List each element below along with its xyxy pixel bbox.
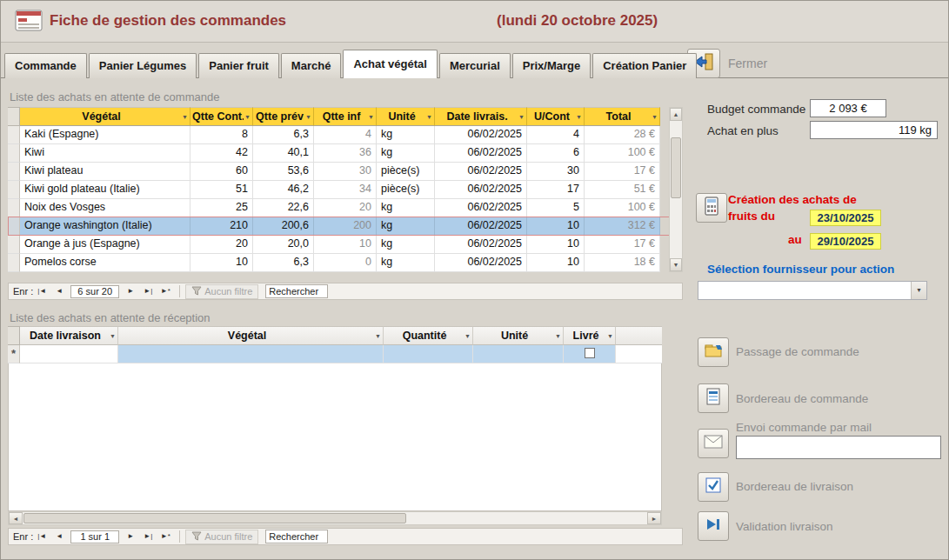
receptions-horizontal-scrollbar[interactable]: ◄ ► — [8, 511, 662, 525]
tab-prix-marge[interactable]: Prix/Marge — [512, 53, 591, 78]
table-cell[interactable]: 60 — [190, 163, 253, 181]
table-cell[interactable] — [473, 345, 564, 363]
table-cell[interactable]: 5 — [527, 199, 585, 217]
table-cell[interactable]: 06/02/2025 — [435, 181, 527, 199]
table-row[interactable]: Kiwi4240,136kg06/02/20256100 € — [8, 144, 683, 163]
new-row-selector[interactable]: * — [8, 345, 20, 363]
table-row[interactable]: Kaki (Espagne)86,34kg06/02/2025428 € — [8, 126, 683, 144]
column-header[interactable]: Quantité▼ — [384, 326, 473, 345]
table-cell[interactable]: 20 — [314, 199, 377, 217]
first-record-button[interactable]: |◄ — [33, 284, 50, 298]
table-cell[interactable]: 42 — [190, 144, 253, 163]
table-cell[interactable]: 40,1 — [253, 144, 314, 163]
mail-address-input[interactable] — [736, 436, 941, 459]
table-cell[interactable]: 30 — [527, 163, 585, 181]
table-cell[interactable]: kg — [377, 199, 435, 217]
order-slip-button[interactable] — [698, 383, 729, 413]
table-cell[interactable]: 17 € — [585, 163, 660, 181]
row-selector[interactable] — [8, 163, 20, 181]
orders-vertical-scrollbar[interactable]: ▲ ▼ — [669, 107, 683, 272]
record-position[interactable]: 6 sur 20 — [70, 285, 119, 298]
table-cell[interactable]: 06/02/2025 — [435, 254, 527, 272]
table-cell[interactable]: 06/02/2025 — [435, 144, 527, 163]
table-row[interactable]: Kiwi gold plateau (Italie)5146,234pièce(… — [8, 181, 683, 199]
table-cell[interactable]: 06/02/2025 — [435, 199, 527, 217]
sort-dropdown-icon[interactable]: ▼ — [464, 333, 471, 339]
table-cell[interactable]: 312 € — [585, 217, 660, 236]
scroll-left-button[interactable]: ◄ — [9, 512, 23, 524]
table-cell[interactable]: Noix des Vosges — [20, 199, 190, 217]
column-header[interactable]: Végétal▼ — [20, 107, 190, 126]
tab-marché[interactable]: Marché — [281, 53, 342, 78]
table-cell[interactable]: 34 — [314, 181, 377, 199]
row-selector[interactable] — [8, 126, 20, 144]
table-cell[interactable]: Pomelos corse — [20, 254, 190, 272]
table-cell[interactable]: 6,3 — [253, 126, 314, 144]
previous-record-button[interactable]: ◄ — [50, 530, 68, 543]
new-record-button[interactable]: ►* — [157, 530, 174, 543]
delivery-slip-button[interactable] — [698, 472, 729, 502]
last-record-button[interactable]: ►| — [139, 530, 157, 543]
last-record-button[interactable]: ►| — [139, 284, 157, 298]
record-position[interactable]: 1 sur 1 — [70, 530, 119, 543]
first-record-button[interactable]: |◄ — [33, 530, 50, 543]
table-row[interactable]: Kiwi plateau6053,630pièce(s)06/02/202530… — [8, 163, 683, 181]
table-cell[interactable]: 200,6 — [253, 217, 314, 236]
column-header[interactable]: Qtte inf▼ — [314, 107, 377, 126]
table-cell[interactable]: Orange à jus (Espagne) — [20, 236, 190, 254]
tab-panier-légumes[interactable]: Panier Légumes — [89, 53, 197, 78]
table-row[interactable]: Pomelos corse106,30kg06/02/20251018 € — [8, 254, 683, 272]
sort-dropdown-icon[interactable]: ▼ — [518, 114, 525, 120]
table-cell[interactable]: 4 — [527, 126, 585, 144]
table-cell[interactable]: 100 € — [585, 144, 660, 163]
table-cell[interactable]: 100 € — [585, 199, 660, 217]
table-cell[interactable]: 17 € — [585, 236, 660, 254]
sort-dropdown-icon[interactable]: ▼ — [555, 333, 561, 339]
table-cell[interactable]: Orange washington (Italie) — [20, 217, 190, 236]
date-from-field[interactable]: 23/10/2025 — [810, 210, 881, 226]
table-cell[interactable]: Kiwi — [20, 144, 190, 163]
select-all-corner[interactable] — [8, 326, 20, 345]
reception-new-row[interactable]: * — [8, 345, 662, 363]
budget-value-field[interactable]: 2 093 € — [810, 99, 886, 117]
table-cell[interactable]: 20,0 — [253, 236, 314, 254]
table-cell[interactable]: kg — [377, 254, 435, 272]
supplier-combo-box[interactable]: ▼ — [698, 281, 927, 300]
table-cell[interactable]: 8 — [190, 126, 253, 144]
table-cell[interactable]: 06/02/2025 — [435, 217, 527, 236]
supplier-selection-link[interactable]: Sélection fournisseur pour action — [707, 263, 894, 276]
table-cell[interactable]: pièce(s) — [377, 163, 435, 181]
table-cell[interactable]: kg — [377, 217, 435, 236]
table-cell[interactable]: 200 — [314, 217, 377, 236]
column-header[interactable]: Unité▼ — [473, 326, 564, 345]
sort-dropdown-icon[interactable]: ▼ — [368, 114, 374, 120]
table-cell[interactable]: kg — [377, 126, 435, 144]
delivered-checkbox[interactable] — [585, 348, 595, 358]
table-cell[interactable]: 22,6 — [253, 199, 314, 217]
table-cell[interactable]: Kaki (Espagne) — [20, 126, 190, 144]
search-input[interactable] — [265, 530, 328, 543]
sort-dropdown-icon[interactable]: ▼ — [305, 114, 311, 120]
place-order-button[interactable] — [698, 337, 729, 367]
validate-delivery-button[interactable] — [698, 511, 729, 541]
table-cell[interactable]: 06/02/2025 — [435, 236, 527, 254]
table-cell[interactable]: Kiwi plateau — [20, 163, 190, 181]
table-cell[interactable]: Kiwi gold plateau (Italie) — [20, 181, 190, 199]
table-cell[interactable] — [384, 345, 473, 363]
select-all-corner[interactable] — [8, 107, 20, 126]
sort-dropdown-icon[interactable]: ▼ — [182, 114, 188, 120]
sort-dropdown-icon[interactable]: ▼ — [576, 114, 582, 120]
row-selector[interactable] — [8, 254, 20, 272]
tab-mercurial[interactable]: Mercurial — [439, 53, 511, 78]
table-cell[interactable]: kg — [377, 144, 435, 163]
previous-record-button[interactable]: ◄ — [50, 284, 68, 298]
table-cell[interactable]: 0 — [314, 254, 377, 272]
scroll-down-button[interactable]: ▼ — [670, 258, 682, 271]
extra-purchase-value-field[interactable]: 119 kg — [810, 121, 938, 139]
tab-panier-fruit[interactable]: Panier fruit — [198, 53, 279, 78]
table-cell[interactable]: 6,3 — [253, 254, 314, 272]
sort-dropdown-icon[interactable]: ▼ — [652, 114, 658, 120]
column-header[interactable]: Date livrais.▼ — [435, 107, 527, 126]
tab-création-panier[interactable]: Création Panier — [592, 53, 697, 78]
table-cell[interactable]: 17 — [527, 181, 585, 199]
